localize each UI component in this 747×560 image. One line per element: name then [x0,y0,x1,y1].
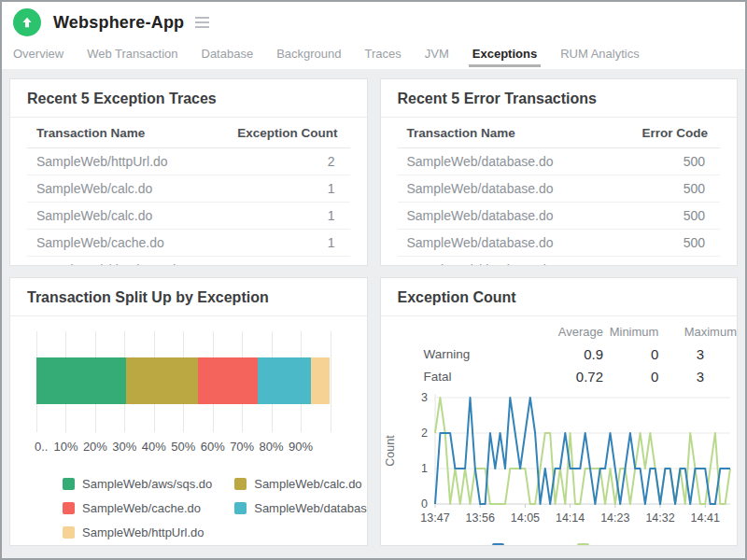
legend-item-fatal[interactable]: Fatal [577,542,625,546]
y-tick-label: 0 [421,497,428,511]
x-tick-label: 30% [112,440,136,454]
error-transaction-row[interactable]: SampleWeb/database.do500 [398,257,721,267]
legend-label: Warning [512,542,558,546]
error-transaction-row[interactable]: SampleWeb/database.do500 [398,175,721,203]
exception-trace-row[interactable]: SampleWeb/calc.do1 [27,203,350,230]
x-tick-label: 50% [171,440,195,454]
x-tick-label: 90% [289,440,313,454]
tab-traces[interactable]: Traces [364,45,402,67]
legend-item[interactable]: SampleWeb/database.do [234,501,367,515]
x-tick-label: 13:56 [465,511,494,525]
value: 500 [609,230,720,257]
y-axis-label: Count [384,435,397,467]
value: 500 [609,148,720,175]
bar-segment[interactable] [311,357,330,404]
stats-value: 0.9 [530,343,603,366]
transaction-name: SampleWeb/database.do [398,148,609,175]
legend-label: SampleWeb/calc.do [254,477,361,491]
up-arrow-icon [20,15,35,30]
panel-title: Exception Count [381,278,738,316]
stacked-bar-chart [36,331,331,432]
transaction-name: SampleWeb/database.do [398,203,609,230]
panel-title: Recent 5 Error Transactions [381,79,738,118]
x-tick-label: 14:05 [510,511,539,525]
value: 1 [213,203,349,230]
x-tick-label: 14:32 [645,511,674,525]
transaction-name: SampleWeb/database.do [398,257,609,267]
stacked-bar [36,357,331,404]
legend-swatch [234,502,247,514]
exception-trace-row[interactable]: SampleWeb/calc.do1 [27,175,350,203]
x-tick-label: 13:47 [420,511,449,525]
legend-item[interactable]: SampleWeb/calc.do [234,477,367,491]
legend-item[interactable]: SampleWeb/cache.do [63,501,212,515]
x-tick-label: 0.. [35,440,48,454]
x-tick-label: 60% [201,440,225,454]
tab-overview[interactable]: Overview [12,45,64,67]
bar-chart-legend: SampleWeb/aws/sqs.doSampleWeb/calc.doSam… [63,477,358,539]
x-tick-label: 20% [83,440,107,454]
app-window: Websphere-App OverviewWeb TransactionDat… [0,0,747,560]
error-transaction-row[interactable]: SampleWeb/database.do500 [398,203,721,230]
panel-title: Transaction Split Up by Exception [10,278,367,316]
transaction-name: SampleWeb/httpUrl.do [27,148,213,175]
tab-background[interactable]: Background [275,45,342,67]
x-tick-label: 14:23 [600,511,629,525]
x-tick-label: 14:41 [690,511,719,525]
transaction-name: SampleWeb/cache.do [27,230,213,257]
app-health-icon [13,8,41,36]
legend-swatch [63,478,75,490]
x-tick-label: 70% [230,440,254,454]
hamburger-menu-icon[interactable] [195,17,209,28]
x-tick-label: 10% [53,440,78,454]
stats-value: 3 [658,366,737,388]
error-transaction-row[interactable]: SampleWeb/database.do500 [398,230,721,257]
error-transactions-table: Transaction NameError CodeSampleWeb/data… [398,118,721,266]
legend-label: SampleWeb/aws/sqs.do [82,477,212,491]
app-header: Websphere-App [2,2,745,43]
transaction-name: SampleWeb/database.do [398,230,609,257]
bar-x-axis-labels: 0..10%20%30%40%50%60%70%80%90% [36,440,331,455]
bar-segment[interactable] [198,357,258,404]
exception-trace-row[interactable]: SampleWeb/httpUrl.do2 [27,148,350,175]
stats-value: 0 [603,343,658,366]
exception-trace-row[interactable]: SampleWeb/cache.do1 [27,230,350,257]
x-tick-label: 80% [260,440,284,454]
value: 1 [213,257,349,267]
transaction-name: SampleWeb/database.do [27,257,213,267]
tab-database[interactable]: Database [201,45,255,67]
error-transaction-row[interactable]: SampleWeb/database.do500 [398,148,721,175]
severity-label: Warning [424,343,530,366]
tab-exceptions[interactable]: Exceptions [472,45,538,67]
y-tick-label: 3 [421,391,428,404]
legend-item[interactable]: SampleWeb/httpUrl.do [63,525,212,539]
bar-segment[interactable] [126,357,198,404]
exception-traces-table: Transaction NameException CountSampleWeb… [27,118,350,266]
bar-segment[interactable] [36,357,126,404]
legend-label: SampleWeb/database.do [254,501,367,515]
x-tick-label: 40% [142,440,166,454]
x-tick-label: 14:14 [555,511,584,525]
exception-count-stats-table: AverageMinimumMaximumWarning0.903Fatal0.… [424,319,738,388]
stats-value: 0 [603,366,658,388]
column-header: Exception Count [213,118,349,148]
y-tick-label: 2 [421,427,428,440]
exception-trace-row[interactable]: SampleWeb/database.do1 [27,257,350,267]
panel-exception-count: Exception Count AverageMinimumMaximumWar… [380,277,739,546]
legend-label: SampleWeb/cache.do [82,501,201,515]
bar-segment[interactable] [258,357,311,404]
panel-title: Recent 5 Exception Traces [10,79,367,118]
legend-item-warning[interactable]: Warning [492,542,558,546]
severity-label: Fatal [424,366,530,388]
tab-jvm[interactable]: JVM [424,45,450,67]
dashboard-grid: Recent 5 Exception Traces Transaction Na… [2,69,745,558]
legend-item[interactable]: SampleWeb/aws/sqs.do [63,477,212,491]
value: 1 [213,175,349,203]
value: 500 [609,175,720,203]
stats-value: 0.72 [530,366,603,388]
legend-swatch [63,502,75,514]
tab-rum-analytics[interactable]: RUM Analytics [559,45,641,67]
column-header: Transaction Name [27,118,213,148]
legend-swatch [234,478,247,490]
tab-web-transaction[interactable]: Web Transaction [86,45,178,67]
